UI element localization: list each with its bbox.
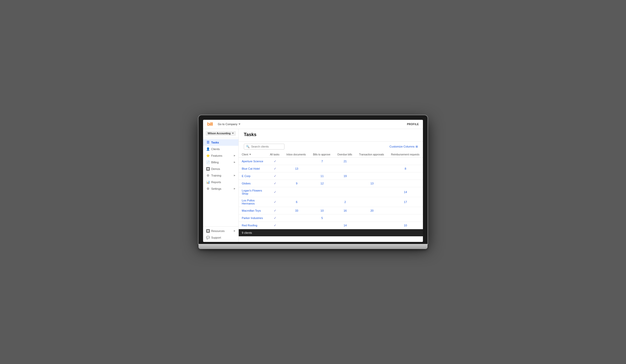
task-check-icon[interactable]: ✓ bbox=[274, 224, 276, 227]
number-link[interactable]: 13 bbox=[371, 182, 374, 185]
col-header-reimbursement: Reimbursement requests bbox=[388, 152, 423, 158]
sidebar-item-label: Training bbox=[211, 174, 221, 177]
sidebar-item-tasks[interactable]: ☰ Tasks bbox=[203, 139, 238, 146]
features-icon: ⭐ bbox=[206, 154, 210, 157]
all-tasks-cell: ✓ bbox=[267, 222, 283, 229]
laptop-screen: bill Go to Company PROFILE Wi bbox=[198, 115, 428, 244]
resources-icon: 🔲 bbox=[206, 229, 210, 233]
number-link[interactable]: 6 bbox=[296, 200, 297, 203]
number-cell bbox=[334, 180, 356, 187]
all-tasks-cell: ✓ bbox=[267, 180, 283, 187]
sidebar-item-label: Features bbox=[211, 154, 222, 157]
task-check-icon[interactable]: ✓ bbox=[274, 159, 276, 163]
number-link[interactable]: 17 bbox=[404, 200, 407, 203]
number-cell bbox=[334, 165, 356, 172]
number-link[interactable]: 5 bbox=[321, 216, 323, 220]
number-cell: 14 bbox=[388, 187, 423, 197]
number-link[interactable]: 13 bbox=[295, 167, 298, 170]
number-cell: 12 bbox=[310, 180, 334, 187]
client-name-link[interactable]: Parker Industries bbox=[242, 216, 263, 220]
sidebar-item-settings[interactable]: ⚙ Settings ▶ bbox=[203, 185, 238, 192]
number-cell bbox=[334, 187, 356, 197]
number-cell bbox=[388, 172, 423, 180]
sidebar-item-label: Reports bbox=[211, 181, 221, 184]
number-cell bbox=[356, 197, 388, 207]
number-cell bbox=[356, 165, 388, 172]
task-check-icon[interactable]: ✓ bbox=[274, 174, 276, 178]
number-link[interactable]: 12 bbox=[321, 182, 324, 185]
number-cell: 20 bbox=[356, 207, 388, 214]
profile-button[interactable]: PROFILE bbox=[407, 123, 419, 126]
number-link[interactable]: 8 bbox=[405, 167, 406, 170]
number-cell: 33 bbox=[283, 207, 310, 214]
task-check-icon[interactable]: ✓ bbox=[274, 200, 276, 204]
company-selector[interactable]: Wilson Accounting bbox=[206, 131, 236, 136]
task-check-icon[interactable]: ✓ bbox=[274, 182, 276, 185]
number-link[interactable]: 7 bbox=[321, 160, 323, 163]
sidebar-item-clients[interactable]: 👤 Clients bbox=[203, 146, 238, 152]
number-cell: 11 bbox=[310, 172, 334, 180]
client-name-link[interactable]: Los Pollos Hermanos bbox=[242, 199, 255, 205]
sidebar-item-label: Clients bbox=[211, 148, 220, 151]
laptop-wrapper: bill Go to Company PROFILE Wi bbox=[198, 115, 428, 249]
app: bill Go to Company PROFILE Wi bbox=[203, 120, 423, 242]
task-check-icon[interactable]: ✓ bbox=[274, 209, 276, 212]
table-row: Logan's Flowers Shop✓14 bbox=[239, 187, 423, 197]
sidebar-company: Wilson Accounting bbox=[203, 129, 238, 138]
number-link[interactable]: 10 bbox=[321, 209, 324, 212]
table-header-row: Client ▼ All tasks Inbox documents Bills… bbox=[239, 152, 423, 158]
sidebar-item-billing[interactable]: 📄 Billing ▶ bbox=[203, 159, 238, 166]
number-cell: 14 bbox=[334, 222, 356, 229]
client-name-link[interactable]: Aperture Science bbox=[242, 160, 263, 163]
number-cell: 16 bbox=[334, 207, 356, 214]
task-check-icon[interactable]: ✓ bbox=[274, 190, 276, 194]
search-input[interactable] bbox=[251, 145, 282, 148]
customize-columns-button[interactable]: Customize Columns ⊞ bbox=[390, 145, 418, 148]
all-tasks-cell: ✓ bbox=[267, 207, 283, 214]
number-cell bbox=[283, 214, 310, 222]
client-name-link[interactable]: Red Roofing bbox=[242, 224, 257, 227]
col-header-client[interactable]: Client ▼ bbox=[239, 152, 267, 158]
number-cell bbox=[388, 157, 423, 165]
number-cell bbox=[310, 197, 334, 207]
number-link[interactable]: 10 bbox=[404, 224, 407, 227]
number-cell bbox=[283, 172, 310, 180]
client-name-link[interactable]: E Corp bbox=[242, 174, 250, 178]
number-link[interactable]: 14 bbox=[344, 224, 347, 227]
table-row: Blue Cat Hotel✓138 bbox=[239, 165, 423, 172]
sidebar-item-features[interactable]: ⭐ Features ▶ bbox=[203, 152, 238, 159]
goto-company-button[interactable]: Go to Company bbox=[216, 122, 243, 127]
number-link[interactable]: 33 bbox=[295, 209, 298, 212]
task-check-icon[interactable]: ✓ bbox=[274, 216, 276, 220]
sidebar-nav: ☰ Tasks 👤 Clients ⭐ Features ▶ bbox=[203, 138, 238, 226]
client-name-link[interactable]: Blue Cat Hotel bbox=[242, 167, 260, 170]
task-check-icon[interactable]: ✓ bbox=[274, 167, 276, 170]
search-box[interactable]: 🔍 bbox=[244, 144, 284, 150]
content-header: Tasks bbox=[239, 129, 423, 142]
number-link[interactable]: 11 bbox=[321, 174, 324, 178]
number-link[interactable]: 16 bbox=[344, 209, 347, 212]
number-link[interactable]: 20 bbox=[371, 209, 374, 212]
table-row: Red Roofing✓1410 bbox=[239, 222, 423, 229]
client-name-link[interactable]: Globes bbox=[242, 182, 251, 185]
number-link[interactable]: 19 bbox=[344, 174, 347, 178]
sidebar-item-training[interactable]: ⚙ Training ▶ bbox=[203, 172, 238, 179]
table-footer-count: 9 clients bbox=[239, 229, 423, 236]
number-link[interactable]: 2 bbox=[344, 200, 346, 203]
page-title: Tasks bbox=[244, 132, 418, 137]
client-name-link[interactable]: Logan's Flowers Shop bbox=[242, 189, 262, 195]
number-link[interactable]: 14 bbox=[404, 191, 407, 194]
sidebar-item-demos[interactable]: 🔲 Demos bbox=[203, 166, 238, 172]
number-link[interactable]: 9 bbox=[296, 182, 297, 185]
sidebar-item-reports[interactable]: 📊 Reports bbox=[203, 179, 238, 185]
number-cell bbox=[356, 172, 388, 180]
number-cell: 6 bbox=[283, 197, 310, 207]
col-header-overdue: Overdue bills bbox=[334, 152, 356, 158]
number-cell bbox=[310, 187, 334, 197]
number-link[interactable]: 21 bbox=[344, 160, 347, 163]
sidebar-item-resources[interactable]: 🔲 Resources ▶ bbox=[203, 228, 238, 234]
number-cell bbox=[356, 214, 388, 222]
sidebar-item-support[interactable]: 💬 Support bbox=[203, 234, 238, 241]
reports-icon: 📊 bbox=[206, 180, 210, 184]
client-name-link[interactable]: Macmillan Toys bbox=[242, 209, 261, 212]
